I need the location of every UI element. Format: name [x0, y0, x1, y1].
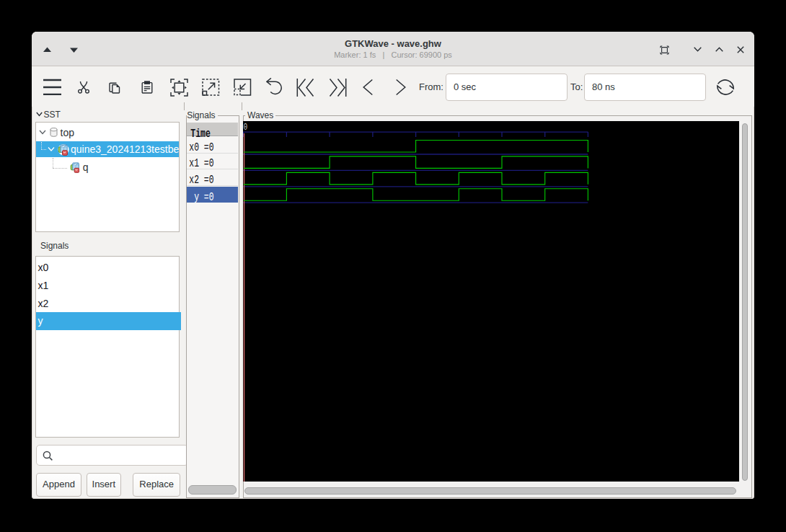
svg-text:0: 0 — [244, 122, 248, 132]
